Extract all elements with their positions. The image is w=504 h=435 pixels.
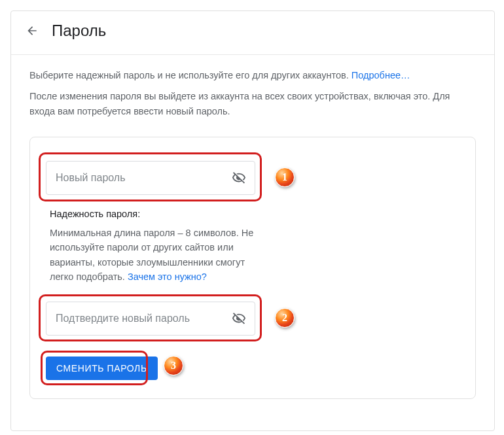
strength-title: Надежность пароля: — [50, 207, 266, 221]
confirm-password-input[interactable] — [56, 313, 230, 324]
annotation-callout-3: 3 — [164, 356, 183, 375]
annotation-callout-1: 1 — [275, 167, 295, 187]
annotation-callout-2: 2 — [275, 308, 295, 328]
change-password-button[interactable]: СМЕНИТЬ ПАРОЛЬ — [46, 357, 158, 380]
new-password-box — [46, 161, 255, 195]
why-link[interactable]: Зачем это нужно? — [128, 271, 207, 282]
new-password-input[interactable] — [56, 172, 230, 184]
intro-text: Выберите надежный пароль и не используйт… — [11, 55, 494, 137]
new-password-field-wrap: 1 — [46, 161, 459, 195]
visibility-off-icon[interactable] — [230, 169, 248, 187]
confirm-password-field-wrap: 2 — [46, 302, 459, 336]
header: Пароль — [11, 11, 494, 55]
form-card: 1 Надежность пароля: Минимальная длина п… — [29, 137, 476, 398]
intro-line2: После изменения пароля вы выйдете из акк… — [29, 89, 476, 118]
confirm-password-box — [46, 302, 255, 336]
password-strength-block: Надежность пароля: Минимальная длина пар… — [50, 207, 266, 284]
learn-more-link[interactable]: Подробнее… — [351, 70, 410, 80]
page-card: Пароль Выберите надежный пароль и не исп… — [10, 10, 495, 431]
intro-line1: Выберите надежный пароль и не используйт… — [29, 70, 351, 80]
submit-wrap: СМЕНИТЬ ПАРОЛЬ 3 — [46, 357, 158, 380]
back-arrow-icon[interactable] — [24, 23, 40, 39]
page-title: Пароль — [52, 22, 106, 40]
visibility-off-icon[interactable] — [230, 309, 248, 328]
